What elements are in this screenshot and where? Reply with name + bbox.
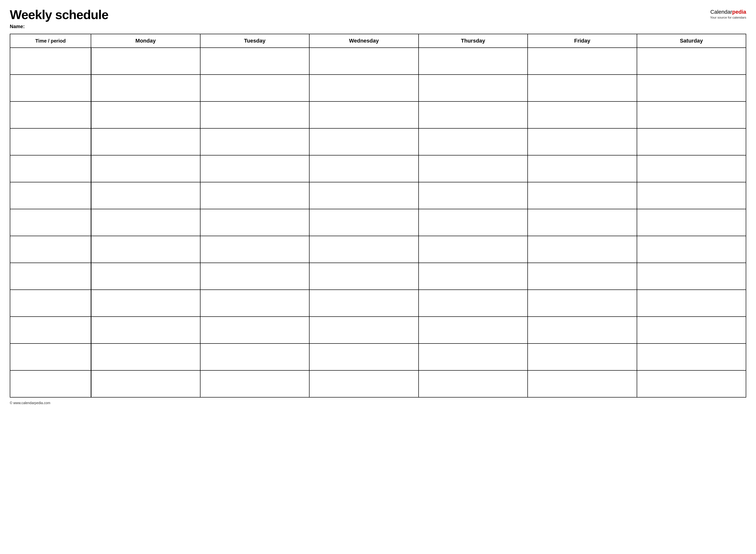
time-cell[interactable]: [10, 290, 91, 317]
time-cell[interactable]: [10, 370, 91, 397]
schedule-cell[interactable]: [637, 370, 746, 397]
time-cell[interactable]: [10, 182, 91, 209]
schedule-cell[interactable]: [637, 182, 746, 209]
schedule-cell[interactable]: [528, 209, 637, 236]
schedule-cell[interactable]: [200, 343, 309, 370]
schedule-cell[interactable]: [637, 236, 746, 263]
schedule-cell[interactable]: [91, 290, 200, 317]
time-cell[interactable]: [10, 74, 91, 102]
schedule-cell[interactable]: [91, 263, 200, 290]
time-cell[interactable]: [10, 343, 91, 370]
schedule-cell[interactable]: [637, 128, 746, 155]
schedule-cell[interactable]: [91, 102, 200, 128]
schedule-cell[interactable]: [419, 317, 528, 343]
schedule-cell[interactable]: [419, 182, 528, 209]
time-cell[interactable]: [10, 209, 91, 236]
schedule-cell[interactable]: [419, 343, 528, 370]
time-cell[interactable]: [10, 48, 91, 74]
schedule-cell[interactable]: [309, 343, 418, 370]
schedule-cell[interactable]: [528, 48, 637, 74]
schedule-cell[interactable]: [200, 263, 309, 290]
schedule-cell[interactable]: [91, 317, 200, 343]
col-header-tuesday: Tuesday: [200, 34, 309, 48]
schedule-cell[interactable]: [91, 236, 200, 263]
col-header-time: Time / period: [10, 34, 91, 48]
table-row: [10, 370, 746, 397]
schedule-cell[interactable]: [91, 209, 200, 236]
schedule-cell[interactable]: [419, 74, 528, 102]
schedule-cell[interactable]: [200, 48, 309, 74]
schedule-cell[interactable]: [528, 370, 637, 397]
schedule-cell[interactable]: [309, 236, 418, 263]
schedule-cell[interactable]: [528, 182, 637, 209]
schedule-cell[interactable]: [91, 74, 200, 102]
schedule-cell[interactable]: [309, 317, 418, 343]
schedule-cell[interactable]: [528, 290, 637, 317]
schedule-cell[interactable]: [309, 74, 418, 102]
schedule-cell[interactable]: [200, 209, 309, 236]
schedule-cell[interactable]: [637, 343, 746, 370]
schedule-cell[interactable]: [419, 370, 528, 397]
schedule-cell[interactable]: [200, 74, 309, 102]
schedule-cell[interactable]: [91, 343, 200, 370]
table-row: [10, 343, 746, 370]
schedule-cell[interactable]: [91, 370, 200, 397]
schedule-cell[interactable]: [309, 263, 418, 290]
schedule-cell[interactable]: [200, 290, 309, 317]
schedule-cell[interactable]: [528, 263, 637, 290]
schedule-cell[interactable]: [419, 102, 528, 128]
time-cell[interactable]: [10, 263, 91, 290]
schedule-cell[interactable]: [200, 370, 309, 397]
schedule-cell[interactable]: [309, 128, 418, 155]
time-cell[interactable]: [10, 236, 91, 263]
schedule-cell[interactable]: [309, 209, 418, 236]
schedule-cell[interactable]: [200, 236, 309, 263]
schedule-cell[interactable]: [91, 182, 200, 209]
table-row: [10, 209, 746, 236]
schedule-cell[interactable]: [200, 317, 309, 343]
schedule-cell[interactable]: [637, 48, 746, 74]
schedule-cell[interactable]: [637, 102, 746, 128]
schedule-cell[interactable]: [419, 48, 528, 74]
footer-url: © www.calendarpedia.com: [10, 401, 746, 405]
schedule-cell[interactable]: [637, 155, 746, 182]
schedule-cell[interactable]: [637, 74, 746, 102]
time-cell[interactable]: [10, 102, 91, 128]
schedule-cell[interactable]: [528, 236, 637, 263]
schedule-cell[interactable]: [200, 155, 309, 182]
schedule-cell[interactable]: [528, 155, 637, 182]
schedule-cell[interactable]: [309, 370, 418, 397]
logo-part1: Calendar: [710, 9, 732, 15]
schedule-cell[interactable]: [91, 155, 200, 182]
schedule-cell[interactable]: [419, 209, 528, 236]
schedule-cell[interactable]: [528, 128, 637, 155]
schedule-cell[interactable]: [200, 128, 309, 155]
schedule-cell[interactable]: [528, 317, 637, 343]
schedule-cell[interactable]: [419, 128, 528, 155]
schedule-cell[interactable]: [528, 102, 637, 128]
schedule-cell[interactable]: [91, 128, 200, 155]
schedule-cell[interactable]: [309, 290, 418, 317]
schedule-cell[interactable]: [419, 236, 528, 263]
schedule-cell[interactable]: [419, 263, 528, 290]
time-cell[interactable]: [10, 317, 91, 343]
schedule-cell[interactable]: [528, 343, 637, 370]
schedule-cell[interactable]: [309, 102, 418, 128]
schedule-cell[interactable]: [528, 74, 637, 102]
schedule-cell[interactable]: [309, 155, 418, 182]
schedule-cell[interactable]: [637, 317, 746, 343]
schedule-cell[interactable]: [419, 155, 528, 182]
table-header-row: Time / period Monday Tuesday Wednesday T…: [10, 34, 746, 48]
time-cell[interactable]: [10, 155, 91, 182]
table-row: [10, 263, 746, 290]
schedule-cell[interactable]: [419, 290, 528, 317]
time-cell[interactable]: [10, 128, 91, 155]
schedule-cell[interactable]: [309, 48, 418, 74]
schedule-cell[interactable]: [200, 182, 309, 209]
schedule-cell[interactable]: [637, 290, 746, 317]
schedule-cell[interactable]: [91, 48, 200, 74]
schedule-cell[interactable]: [200, 102, 309, 128]
schedule-cell[interactable]: [637, 263, 746, 290]
schedule-cell[interactable]: [637, 209, 746, 236]
schedule-cell[interactable]: [309, 182, 418, 209]
